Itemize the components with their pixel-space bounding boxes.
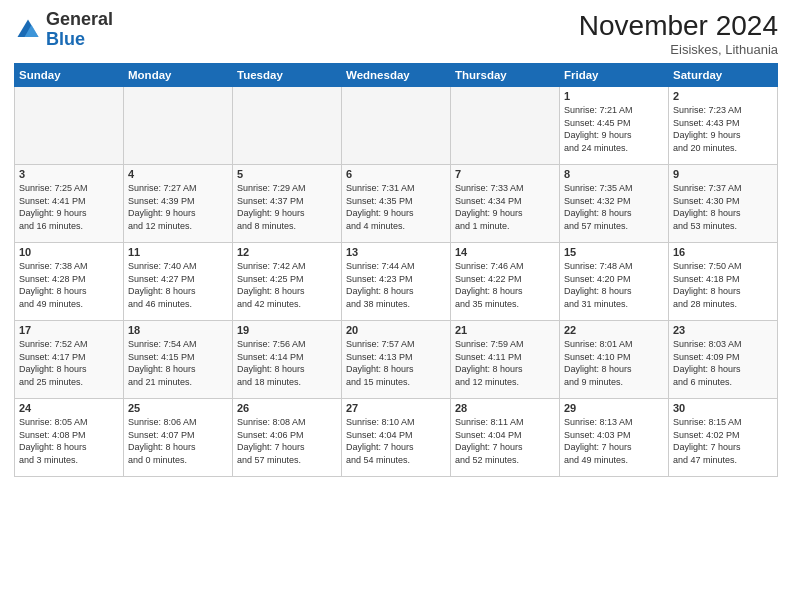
day-number: 4 [128, 168, 228, 180]
calendar-cell-w2-d2: 4Sunrise: 7:27 AM Sunset: 4:39 PM Daylig… [124, 165, 233, 243]
calendar-cell-w3-d4: 13Sunrise: 7:44 AM Sunset: 4:23 PM Dayli… [342, 243, 451, 321]
calendar-cell-w1-d5 [451, 87, 560, 165]
calendar-week-5: 24Sunrise: 8:05 AM Sunset: 4:08 PM Dayli… [15, 399, 778, 477]
calendar-cell-w4-d7: 23Sunrise: 8:03 AM Sunset: 4:09 PM Dayli… [669, 321, 778, 399]
calendar-cell-w4-d2: 18Sunrise: 7:54 AM Sunset: 4:15 PM Dayli… [124, 321, 233, 399]
day-info: Sunrise: 7:21 AM Sunset: 4:45 PM Dayligh… [564, 104, 664, 154]
day-info: Sunrise: 7:59 AM Sunset: 4:11 PM Dayligh… [455, 338, 555, 388]
calendar-cell-w2-d4: 6Sunrise: 7:31 AM Sunset: 4:35 PM Daylig… [342, 165, 451, 243]
day-number: 28 [455, 402, 555, 414]
logo-blue-text: Blue [46, 29, 85, 49]
day-info: Sunrise: 8:01 AM Sunset: 4:10 PM Dayligh… [564, 338, 664, 388]
day-number: 2 [673, 90, 773, 102]
calendar-cell-w3-d2: 11Sunrise: 7:40 AM Sunset: 4:27 PM Dayli… [124, 243, 233, 321]
logo-icon [14, 16, 42, 44]
calendar-cell-w4-d6: 22Sunrise: 8:01 AM Sunset: 4:10 PM Dayli… [560, 321, 669, 399]
page: General Blue November 2024 Eisiskes, Lit… [0, 0, 792, 612]
day-number: 3 [19, 168, 119, 180]
calendar-cell-w5-d3: 26Sunrise: 8:08 AM Sunset: 4:06 PM Dayli… [233, 399, 342, 477]
calendar-cell-w3-d3: 12Sunrise: 7:42 AM Sunset: 4:25 PM Dayli… [233, 243, 342, 321]
day-info: Sunrise: 7:52 AM Sunset: 4:17 PM Dayligh… [19, 338, 119, 388]
day-info: Sunrise: 7:27 AM Sunset: 4:39 PM Dayligh… [128, 182, 228, 232]
day-number: 8 [564, 168, 664, 180]
day-info: Sunrise: 7:57 AM Sunset: 4:13 PM Dayligh… [346, 338, 446, 388]
calendar-cell-w5-d5: 28Sunrise: 8:11 AM Sunset: 4:04 PM Dayli… [451, 399, 560, 477]
day-number: 1 [564, 90, 664, 102]
day-info: Sunrise: 7:37 AM Sunset: 4:30 PM Dayligh… [673, 182, 773, 232]
logo: General Blue [14, 10, 113, 50]
location: Eisiskes, Lithuania [579, 42, 778, 57]
calendar-cell-w2-d1: 3Sunrise: 7:25 AM Sunset: 4:41 PM Daylig… [15, 165, 124, 243]
day-number: 30 [673, 402, 773, 414]
col-thursday: Thursday [451, 64, 560, 87]
day-info: Sunrise: 7:31 AM Sunset: 4:35 PM Dayligh… [346, 182, 446, 232]
calendar-cell-w5-d4: 27Sunrise: 8:10 AM Sunset: 4:04 PM Dayli… [342, 399, 451, 477]
calendar-cell-w3-d1: 10Sunrise: 7:38 AM Sunset: 4:28 PM Dayli… [15, 243, 124, 321]
calendar-cell-w4-d4: 20Sunrise: 7:57 AM Sunset: 4:13 PM Dayli… [342, 321, 451, 399]
calendar-week-1: 1Sunrise: 7:21 AM Sunset: 4:45 PM Daylig… [15, 87, 778, 165]
calendar-cell-w5-d6: 29Sunrise: 8:13 AM Sunset: 4:03 PM Dayli… [560, 399, 669, 477]
day-info: Sunrise: 8:13 AM Sunset: 4:03 PM Dayligh… [564, 416, 664, 466]
calendar-cell-w5-d2: 25Sunrise: 8:06 AM Sunset: 4:07 PM Dayli… [124, 399, 233, 477]
calendar-week-4: 17Sunrise: 7:52 AM Sunset: 4:17 PM Dayli… [15, 321, 778, 399]
day-number: 7 [455, 168, 555, 180]
col-friday: Friday [560, 64, 669, 87]
calendar-cell-w1-d1 [15, 87, 124, 165]
calendar-cell-w1-d3 [233, 87, 342, 165]
logo-general-text: General [46, 9, 113, 29]
day-number: 9 [673, 168, 773, 180]
day-info: Sunrise: 8:06 AM Sunset: 4:07 PM Dayligh… [128, 416, 228, 466]
col-tuesday: Tuesday [233, 64, 342, 87]
calendar-cell-w2-d3: 5Sunrise: 7:29 AM Sunset: 4:37 PM Daylig… [233, 165, 342, 243]
calendar-header-row: Sunday Monday Tuesday Wednesday Thursday… [15, 64, 778, 87]
calendar-cell-w1-d4 [342, 87, 451, 165]
calendar-cell-w3-d7: 16Sunrise: 7:50 AM Sunset: 4:18 PM Dayli… [669, 243, 778, 321]
title-block: November 2024 Eisiskes, Lithuania [579, 10, 778, 57]
month-title: November 2024 [579, 10, 778, 42]
day-info: Sunrise: 7:42 AM Sunset: 4:25 PM Dayligh… [237, 260, 337, 310]
calendar-cell-w3-d6: 15Sunrise: 7:48 AM Sunset: 4:20 PM Dayli… [560, 243, 669, 321]
col-sunday: Sunday [15, 64, 124, 87]
calendar-cell-w5-d7: 30Sunrise: 8:15 AM Sunset: 4:02 PM Dayli… [669, 399, 778, 477]
day-info: Sunrise: 7:38 AM Sunset: 4:28 PM Dayligh… [19, 260, 119, 310]
day-info: Sunrise: 7:29 AM Sunset: 4:37 PM Dayligh… [237, 182, 337, 232]
day-info: Sunrise: 8:11 AM Sunset: 4:04 PM Dayligh… [455, 416, 555, 466]
day-number: 14 [455, 246, 555, 258]
calendar-cell-w1-d2 [124, 87, 233, 165]
day-number: 27 [346, 402, 446, 414]
day-info: Sunrise: 7:44 AM Sunset: 4:23 PM Dayligh… [346, 260, 446, 310]
day-info: Sunrise: 8:05 AM Sunset: 4:08 PM Dayligh… [19, 416, 119, 466]
day-info: Sunrise: 8:10 AM Sunset: 4:04 PM Dayligh… [346, 416, 446, 466]
calendar-cell-w2-d6: 8Sunrise: 7:35 AM Sunset: 4:32 PM Daylig… [560, 165, 669, 243]
day-number: 25 [128, 402, 228, 414]
day-info: Sunrise: 7:23 AM Sunset: 4:43 PM Dayligh… [673, 104, 773, 154]
day-info: Sunrise: 7:56 AM Sunset: 4:14 PM Dayligh… [237, 338, 337, 388]
calendar-week-3: 10Sunrise: 7:38 AM Sunset: 4:28 PM Dayli… [15, 243, 778, 321]
day-number: 29 [564, 402, 664, 414]
calendar-table: Sunday Monday Tuesday Wednesday Thursday… [14, 63, 778, 477]
day-number: 16 [673, 246, 773, 258]
day-number: 20 [346, 324, 446, 336]
col-wednesday: Wednesday [342, 64, 451, 87]
day-number: 22 [564, 324, 664, 336]
calendar-cell-w1-d6: 1Sunrise: 7:21 AM Sunset: 4:45 PM Daylig… [560, 87, 669, 165]
day-info: Sunrise: 8:03 AM Sunset: 4:09 PM Dayligh… [673, 338, 773, 388]
day-info: Sunrise: 8:08 AM Sunset: 4:06 PM Dayligh… [237, 416, 337, 466]
calendar-cell-w2-d7: 9Sunrise: 7:37 AM Sunset: 4:30 PM Daylig… [669, 165, 778, 243]
calendar-cell-w4-d3: 19Sunrise: 7:56 AM Sunset: 4:14 PM Dayli… [233, 321, 342, 399]
calendar-week-2: 3Sunrise: 7:25 AM Sunset: 4:41 PM Daylig… [15, 165, 778, 243]
calendar-cell-w4-d1: 17Sunrise: 7:52 AM Sunset: 4:17 PM Dayli… [15, 321, 124, 399]
day-info: Sunrise: 7:33 AM Sunset: 4:34 PM Dayligh… [455, 182, 555, 232]
calendar-cell-w5-d1: 24Sunrise: 8:05 AM Sunset: 4:08 PM Dayli… [15, 399, 124, 477]
day-info: Sunrise: 7:25 AM Sunset: 4:41 PM Dayligh… [19, 182, 119, 232]
calendar-cell-w3-d5: 14Sunrise: 7:46 AM Sunset: 4:22 PM Dayli… [451, 243, 560, 321]
day-number: 17 [19, 324, 119, 336]
day-info: Sunrise: 7:54 AM Sunset: 4:15 PM Dayligh… [128, 338, 228, 388]
day-number: 10 [19, 246, 119, 258]
day-info: Sunrise: 7:50 AM Sunset: 4:18 PM Dayligh… [673, 260, 773, 310]
logo-text: General Blue [46, 10, 113, 50]
day-number: 24 [19, 402, 119, 414]
calendar-cell-w4-d5: 21Sunrise: 7:59 AM Sunset: 4:11 PM Dayli… [451, 321, 560, 399]
day-number: 21 [455, 324, 555, 336]
day-number: 23 [673, 324, 773, 336]
